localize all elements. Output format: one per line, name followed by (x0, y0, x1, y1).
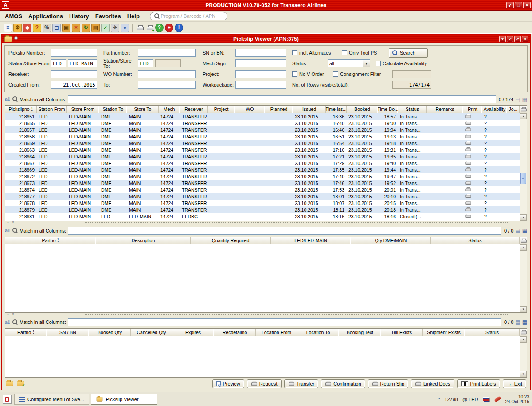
print-row-icon[interactable] (466, 134, 470, 138)
taskbar-item-configured-menu-of-sve[interactable]: Configured Menu of Sve... (14, 394, 89, 405)
scroll-track[interactable] (520, 251, 527, 306)
maintenance-tools-icon[interactable]: % (43, 24, 51, 32)
match-input-pickslips[interactable] (68, 95, 496, 103)
menu-item-amos[interactable]: AMOS (4, 12, 27, 21)
pickslip-row-218657[interactable]: 218657LEDLED-MAINDMEMAIN14724TRANSFER23.… (5, 126, 520, 133)
column-header-qty-dme-main[interactable]: Qty DME/MAIN (351, 237, 431, 244)
match-search-icon[interactable] (12, 228, 18, 233)
pickslip-row-218679[interactable]: 218679LEDLED-MAINDMEMAIN14724TRANSFER23.… (5, 206, 520, 213)
pickslip-row-218677[interactable]: 218677LEDLED-MAINDMEMAIN14724TRANSFER23.… (5, 193, 520, 200)
support-icon[interactable]: + (165, 24, 173, 32)
pickslip-number-input[interactable] (51, 49, 97, 57)
created-from-input[interactable] (51, 81, 97, 89)
table-print-icon[interactable] (520, 106, 527, 113)
menu-item-favorites[interactable]: Favorites (94, 12, 126, 21)
goods-receiving-icon[interactable]: ▣ (62, 24, 70, 32)
project-input[interactable] (235, 70, 286, 78)
column-header-jo[interactable]: Jo... (507, 106, 520, 113)
station-to-input[interactable] (138, 59, 153, 67)
pickslip-row-218667[interactable]: 218667LEDLED-MAINDMEMAIN14724TRANSFER23.… (5, 160, 520, 166)
match-mode-icon[interactable]: a1 (5, 319, 10, 326)
column-header-shipment-exists[interactable]: Shipment Exists (423, 329, 465, 336)
scroll-track[interactable] (520, 343, 527, 371)
transfer-button[interactable]: Transfer (284, 379, 319, 388)
column-header-time-iss[interactable]: Time Iss... (326, 106, 347, 113)
pickslip-row-218655[interactable]: 218655LEDLED-MAINDMEMAIN14724TRANSFER23.… (5, 120, 520, 126)
column-header-pickslipno[interactable]: Pickslipno1▲ (5, 106, 37, 113)
column-header-sn-bn[interactable]: SN / BN (47, 329, 89, 336)
taskbar-item-pickslip-viewer[interactable]: Pickslip Viewer (91, 394, 157, 405)
parts-table-scrollbar[interactable]: ▲ ▼ (520, 237, 527, 312)
row-filter-icon[interactable]: ▤ (515, 228, 520, 234)
column-header-time-bo[interactable]: Time Bo... (378, 106, 398, 113)
pickslip-folder-icon[interactable]: ? (33, 24, 41, 32)
material-status-icon[interactable]: ◆ (23, 24, 31, 32)
search-button[interactable]: Search (389, 48, 428, 58)
request-button[interactable]: Request (247, 379, 282, 388)
column-header-station-to[interactable]: Station To (99, 106, 127, 113)
print-row-icon[interactable] (466, 207, 470, 211)
exit-button[interactable]: →Exit (503, 379, 526, 388)
column-header-booking-text[interactable]: Booking Text (339, 329, 381, 336)
program-search-input[interactable] (161, 13, 223, 19)
hand-over-icon[interactable]: ▤ (91, 24, 100, 32)
match-input-parts[interactable] (68, 227, 501, 235)
print-row-icon[interactable] (466, 187, 470, 191)
bookings-table-scrollbar[interactable]: ▲ ▼ (520, 329, 527, 377)
column-header-status[interactable]: Status (398, 106, 427, 113)
pin-icon[interactable] (14, 36, 18, 42)
match-mode-icon[interactable]: a1 (5, 96, 10, 102)
scroll-up-icon[interactable]: ▲ (520, 244, 527, 251)
match-input-bookings[interactable] (68, 318, 501, 326)
match-mode-icon[interactable]: a1 (5, 227, 10, 234)
column-header-expires[interactable]: Expires (172, 329, 214, 336)
print-row-icon[interactable] (466, 174, 470, 178)
column-header-receiver[interactable]: Receiver (180, 106, 208, 113)
column-header-store-from[interactable]: Store From (67, 106, 99, 113)
column-header-status[interactable]: Status (431, 237, 520, 244)
print-row-icon[interactable] (466, 121, 470, 125)
sn-or-bn-input[interactable] (235, 49, 286, 57)
pickslip-row-218658[interactable]: 218658LEDLED-MAINDMEMAIN14724TRANSFER23.… (5, 133, 520, 140)
return-slip-button[interactable]: Return Slip (368, 379, 408, 388)
splitter-1[interactable]: ▲ ▼ (5, 221, 527, 225)
column-header-booked-qty[interactable]: Booked Qty (89, 329, 131, 336)
collapse-button[interactable]: ▾ (499, 36, 506, 42)
incl-alternates-checkbox[interactable]: incl. Alternates (292, 50, 342, 55)
row-filter-icon[interactable]: ▤ (515, 96, 520, 102)
column-header-status[interactable]: Status (465, 329, 520, 336)
language-flags-icon[interactable] (483, 397, 490, 402)
column-header-recdetailno[interactable]: Recdetailno (214, 329, 256, 336)
close-button[interactable]: × (522, 36, 528, 42)
part-exchange-icon[interactable]: ↻ (82, 24, 90, 32)
pickslip-row-218672[interactable]: 218672LEDLED-MAINDMEMAIN14724TRANSFER23.… (5, 173, 520, 180)
pickslip-row-218651[interactable]: 218651LEDLED-MAINDMEMAIN14724TRANSFER23.… (5, 113, 520, 120)
print-add-icon[interactable]: + (145, 24, 154, 32)
column-header-station-from[interactable]: Station From (37, 106, 67, 113)
column-header-issued[interactable]: Issued (293, 106, 326, 113)
pickslip-row-218664[interactable]: 218664LEDLED-MAINDMEMAIN14724TRANSFER23.… (5, 153, 520, 160)
print-labels-button[interactable]: Print Labels (457, 379, 500, 388)
column-header-bill-exists[interactable]: Bill Exists (381, 329, 423, 336)
confirmation-button[interactable]: Confirmation (321, 379, 365, 388)
minimize-button[interactable]: ↙ (506, 2, 514, 8)
session-indicator-icon[interactable] (3, 395, 12, 404)
created-to-input[interactable] (138, 81, 196, 89)
quality-check-icon[interactable]: ✓ (101, 24, 110, 32)
column-header-availability[interactable]: Availability (482, 106, 507, 113)
scroll-up-icon[interactable]: ▲ (520, 336, 527, 343)
scroll-down-icon[interactable]: ▼ (520, 214, 527, 221)
column-config-icon[interactable]: ▦ (522, 319, 527, 325)
scroll-thumb[interactable] (520, 173, 526, 184)
column-header-partno[interactable]: Partno1▲ (5, 329, 47, 336)
pickslip-table-scrollbar[interactable]: ▲ ▼ (520, 106, 527, 221)
column-header-store-to[interactable]: Store To (127, 106, 159, 113)
splitter-2[interactable]: ▲ ▼ (5, 313, 527, 316)
column-config-icon[interactable]: ▦ (522, 228, 527, 234)
row-filter-icon[interactable]: ▤ (515, 319, 520, 325)
print-row-icon[interactable] (466, 114, 470, 118)
workorder-clock-icon[interactable]: ⚙ (13, 24, 22, 32)
wo-number-input[interactable] (138, 70, 196, 78)
print-row-icon[interactable] (466, 161, 470, 165)
column-header-wo[interactable]: WO (235, 106, 265, 113)
